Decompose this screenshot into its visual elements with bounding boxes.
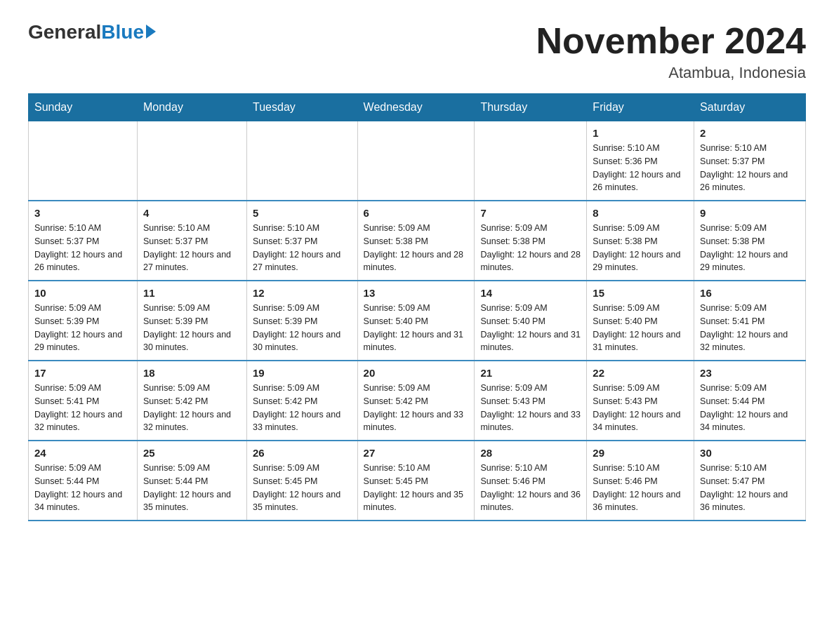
day-info: Sunrise: 5:09 AMSunset: 5:38 PMDaylight:… [593, 222, 688, 274]
day-info: Sunrise: 5:09 AMSunset: 5:40 PMDaylight:… [593, 302, 688, 354]
day-info: Sunrise: 5:09 AMSunset: 5:39 PMDaylight:… [34, 302, 131, 354]
calendar-cell: 28Sunrise: 5:10 AMSunset: 5:46 PMDayligh… [475, 441, 587, 521]
day-info: Sunrise: 5:09 AMSunset: 5:44 PMDaylight:… [700, 382, 800, 434]
day-info: Sunrise: 5:09 AMSunset: 5:45 PMDaylight:… [253, 462, 352, 514]
day-number: 20 [364, 367, 469, 379]
day-number: 2 [700, 127, 800, 139]
weekday-header-friday: Friday [587, 94, 694, 121]
calendar-body: 1Sunrise: 5:10 AMSunset: 5:36 PMDaylight… [29, 121, 806, 521]
day-info: Sunrise: 5:09 AMSunset: 5:39 PMDaylight:… [143, 302, 241, 354]
calendar-cell: 13Sunrise: 5:09 AMSunset: 5:40 PMDayligh… [357, 281, 475, 361]
day-info: Sunrise: 5:09 AMSunset: 5:42 PMDaylight:… [143, 382, 241, 434]
calendar-cell [247, 121, 358, 201]
day-number: 3 [34, 207, 131, 219]
calendar-cell: 12Sunrise: 5:09 AMSunset: 5:39 PMDayligh… [247, 281, 358, 361]
logo-arrow-icon [146, 25, 156, 39]
calendar-cell: 9Sunrise: 5:09 AMSunset: 5:38 PMDaylight… [694, 201, 806, 281]
day-info: Sunrise: 5:09 AMSunset: 5:44 PMDaylight:… [34, 462, 131, 514]
calendar-cell: 16Sunrise: 5:09 AMSunset: 5:41 PMDayligh… [694, 281, 806, 361]
day-number: 10 [34, 287, 131, 299]
calendar-cell: 23Sunrise: 5:09 AMSunset: 5:44 PMDayligh… [694, 361, 806, 441]
day-number: 4 [143, 207, 241, 219]
calendar-cell [475, 121, 587, 201]
day-info: Sunrise: 5:09 AMSunset: 5:40 PMDaylight:… [364, 302, 469, 354]
day-info: Sunrise: 5:09 AMSunset: 5:43 PMDaylight:… [593, 382, 688, 434]
day-info: Sunrise: 5:10 AMSunset: 5:46 PMDaylight:… [593, 462, 688, 514]
day-number: 30 [700, 447, 800, 459]
calendar-week-row: 1Sunrise: 5:10 AMSunset: 5:36 PMDaylight… [29, 121, 806, 201]
day-info: Sunrise: 5:10 AMSunset: 5:45 PMDaylight:… [364, 462, 469, 514]
day-info: Sunrise: 5:09 AMSunset: 5:39 PMDaylight:… [253, 302, 352, 354]
calendar-cell [137, 121, 246, 201]
calendar-cell: 22Sunrise: 5:09 AMSunset: 5:43 PMDayligh… [587, 361, 694, 441]
calendar-week-row: 17Sunrise: 5:09 AMSunset: 5:41 PMDayligh… [29, 361, 806, 441]
day-number: 25 [143, 447, 241, 459]
day-info: Sunrise: 5:09 AMSunset: 5:42 PMDaylight:… [364, 382, 469, 434]
calendar-week-row: 3Sunrise: 5:10 AMSunset: 5:37 PMDaylight… [29, 201, 806, 281]
weekday-header-saturday: Saturday [694, 94, 806, 121]
day-number: 5 [253, 207, 352, 219]
calendar-header: SundayMondayTuesdayWednesdayThursdayFrid… [29, 94, 806, 121]
day-number: 22 [593, 367, 688, 379]
day-info: Sunrise: 5:10 AMSunset: 5:36 PMDaylight:… [593, 142, 688, 194]
day-number: 19 [253, 367, 352, 379]
calendar-cell: 2Sunrise: 5:10 AMSunset: 5:37 PMDaylight… [694, 121, 806, 201]
day-number: 8 [593, 207, 688, 219]
logo-general-text: General [28, 21, 101, 43]
day-number: 1 [593, 127, 688, 139]
calendar-cell: 14Sunrise: 5:09 AMSunset: 5:40 PMDayligh… [475, 281, 587, 361]
day-number: 17 [34, 367, 131, 379]
calendar-table: SundayMondayTuesdayWednesdayThursdayFrid… [28, 93, 806, 521]
day-number: 24 [34, 447, 131, 459]
calendar-week-row: 24Sunrise: 5:09 AMSunset: 5:44 PMDayligh… [29, 441, 806, 521]
calendar-cell: 6Sunrise: 5:09 AMSunset: 5:38 PMDaylight… [357, 201, 475, 281]
day-number: 14 [480, 287, 581, 299]
calendar-cell: 19Sunrise: 5:09 AMSunset: 5:42 PMDayligh… [247, 361, 358, 441]
weekday-header-wednesday: Wednesday [357, 94, 475, 121]
weekday-header-monday: Monday [137, 94, 246, 121]
calendar-cell: 8Sunrise: 5:09 AMSunset: 5:38 PMDaylight… [587, 201, 694, 281]
day-info: Sunrise: 5:10 AMSunset: 5:37 PMDaylight:… [253, 222, 352, 274]
calendar-subtitle: Atambua, Indonesia [536, 64, 806, 82]
calendar-cell: 25Sunrise: 5:09 AMSunset: 5:44 PMDayligh… [137, 441, 246, 521]
day-info: Sunrise: 5:09 AMSunset: 5:41 PMDaylight:… [34, 382, 131, 434]
day-number: 23 [700, 367, 800, 379]
day-info: Sunrise: 5:09 AMSunset: 5:38 PMDaylight:… [480, 222, 581, 274]
calendar-cell: 10Sunrise: 5:09 AMSunset: 5:39 PMDayligh… [29, 281, 138, 361]
calendar-cell: 29Sunrise: 5:10 AMSunset: 5:46 PMDayligh… [587, 441, 694, 521]
calendar-cell: 3Sunrise: 5:10 AMSunset: 5:37 PMDaylight… [29, 201, 138, 281]
day-info: Sunrise: 5:09 AMSunset: 5:38 PMDaylight:… [364, 222, 469, 274]
calendar-cell: 7Sunrise: 5:09 AMSunset: 5:38 PMDaylight… [475, 201, 587, 281]
day-info: Sunrise: 5:10 AMSunset: 5:37 PMDaylight:… [143, 222, 241, 274]
calendar-cell: 1Sunrise: 5:10 AMSunset: 5:36 PMDaylight… [587, 121, 694, 201]
day-number: 11 [143, 287, 241, 299]
day-info: Sunrise: 5:10 AMSunset: 5:37 PMDaylight:… [700, 142, 800, 194]
calendar-cell: 21Sunrise: 5:09 AMSunset: 5:43 PMDayligh… [475, 361, 587, 441]
calendar-cell: 5Sunrise: 5:10 AMSunset: 5:37 PMDaylight… [247, 201, 358, 281]
weekday-header-tuesday: Tuesday [247, 94, 358, 121]
weekday-header-row: SundayMondayTuesdayWednesdayThursdayFrid… [29, 94, 806, 121]
day-info: Sunrise: 5:10 AMSunset: 5:37 PMDaylight:… [34, 222, 131, 274]
calendar-cell [357, 121, 475, 201]
day-info: Sunrise: 5:09 AMSunset: 5:43 PMDaylight:… [480, 382, 581, 434]
logo: General Blue [28, 21, 156, 43]
calendar-cell: 20Sunrise: 5:09 AMSunset: 5:42 PMDayligh… [357, 361, 475, 441]
day-number: 16 [700, 287, 800, 299]
day-number: 12 [253, 287, 352, 299]
day-info: Sunrise: 5:10 AMSunset: 5:47 PMDaylight:… [700, 462, 800, 514]
calendar-title-area: November 2024 Atambua, Indonesia [536, 21, 806, 82]
day-number: 13 [364, 287, 469, 299]
day-number: 28 [480, 447, 581, 459]
day-number: 21 [480, 367, 581, 379]
day-number: 9 [700, 207, 800, 219]
calendar-cell: 15Sunrise: 5:09 AMSunset: 5:40 PMDayligh… [587, 281, 694, 361]
calendar-cell: 26Sunrise: 5:09 AMSunset: 5:45 PMDayligh… [247, 441, 358, 521]
day-number: 7 [480, 207, 581, 219]
calendar-cell: 27Sunrise: 5:10 AMSunset: 5:45 PMDayligh… [357, 441, 475, 521]
day-info: Sunrise: 5:09 AMSunset: 5:42 PMDaylight:… [253, 382, 352, 434]
calendar-cell: 18Sunrise: 5:09 AMSunset: 5:42 PMDayligh… [137, 361, 246, 441]
weekday-header-thursday: Thursday [475, 94, 587, 121]
calendar-week-row: 10Sunrise: 5:09 AMSunset: 5:39 PMDayligh… [29, 281, 806, 361]
day-info: Sunrise: 5:09 AMSunset: 5:38 PMDaylight:… [700, 222, 800, 274]
day-info: Sunrise: 5:09 AMSunset: 5:41 PMDaylight:… [700, 302, 800, 354]
